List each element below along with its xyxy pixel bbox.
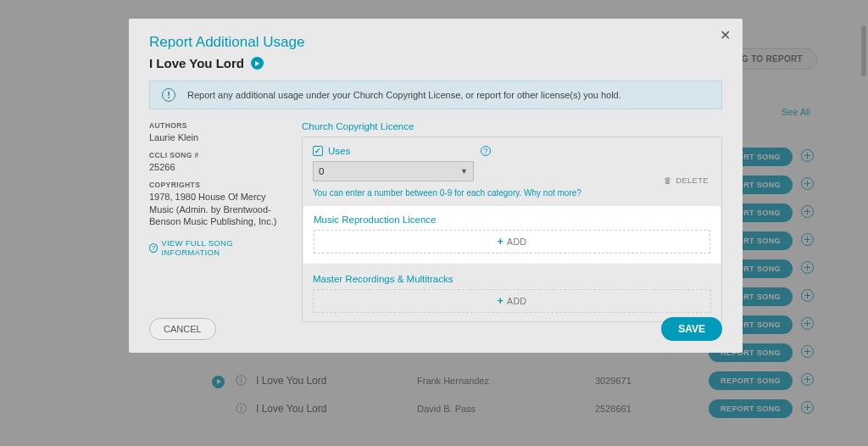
modal-title: Report Additional Usage — [149, 34, 722, 51]
uses-checkbox[interactable]: ✓ — [313, 146, 323, 156]
ccli-value: 25266 — [149, 161, 283, 174]
delete-label: DELETE — [676, 176, 709, 185]
master-add-button[interactable]: + ADD — [313, 289, 711, 313]
ccli-label: CCLI SONG # — [149, 151, 283, 159]
master-add-label: ADD — [507, 296, 526, 306]
authors-value: Laurie Klein — [149, 131, 283, 144]
help-icon[interactable]: ? — [481, 146, 491, 156]
info-icon: ! — [162, 88, 175, 102]
ccl-heading: Church Copyright Licence — [302, 121, 722, 131]
help-icon: ? — [149, 243, 158, 253]
info-banner-text: Report any additional usage under your C… — [187, 90, 621, 100]
save-button[interactable]: SAVE — [661, 317, 722, 341]
plus-icon: + — [498, 236, 504, 248]
master-heading: Master Recordings & Multitracks — [313, 274, 711, 284]
chevron-down-icon: ▼ — [460, 167, 468, 176]
trash-icon: 🗑 — [664, 176, 672, 185]
cancel-button[interactable]: CANCEL — [149, 318, 216, 340]
view-full-info-link[interactable]: ? VIEW FULL SONG INFORMATION — [149, 238, 283, 257]
mrl-heading: Music Reproduction Licence — [314, 215, 710, 225]
uses-value: 0 — [319, 166, 324, 176]
modal-song-title: I Love You Lord — [149, 56, 244, 70]
mrl-add-button[interactable]: + ADD — [314, 230, 710, 254]
ccl-box: ✓ Uses ? 0 ▼ You can enter a number betw… — [302, 137, 722, 322]
license-forms: Church Copyright Licence ✓ Uses ? 0 ▼ Yo… — [302, 121, 722, 322]
view-full-info-text: VIEW FULL SONG INFORMATION — [161, 238, 283, 257]
report-usage-modal: ✕ Report Additional Usage I Love You Lor… — [129, 19, 743, 353]
info-banner: ! Report any additional usage under your… — [149, 81, 722, 109]
mrl-add-label: ADD — [507, 237, 526, 247]
uses-label: Uses — [328, 146, 350, 156]
delete-button[interactable]: 🗑 DELETE — [664, 176, 709, 185]
master-block: Master Recordings & Multitracks + ADD — [313, 267, 711, 313]
song-meta: AUTHORS Laurie Klein CCLI SONG # 25266 C… — [149, 121, 283, 322]
play-icon[interactable] — [251, 57, 264, 70]
close-icon[interactable]: ✕ — [720, 27, 731, 43]
uses-hint[interactable]: You can enter a number between 0-9 for e… — [313, 188, 711, 198]
uses-select[interactable]: 0 ▼ — [313, 161, 474, 181]
authors-label: AUTHORS — [149, 121, 283, 130]
plus-icon: + — [498, 295, 504, 307]
copyrights-label: COPYRIGHTS — [149, 181, 283, 189]
copyrights-value: 1978, 1980 House Of Mercy Music (Admin. … — [149, 191, 283, 229]
mrl-block: Music Reproduction Licence + ADD — [303, 206, 721, 264]
